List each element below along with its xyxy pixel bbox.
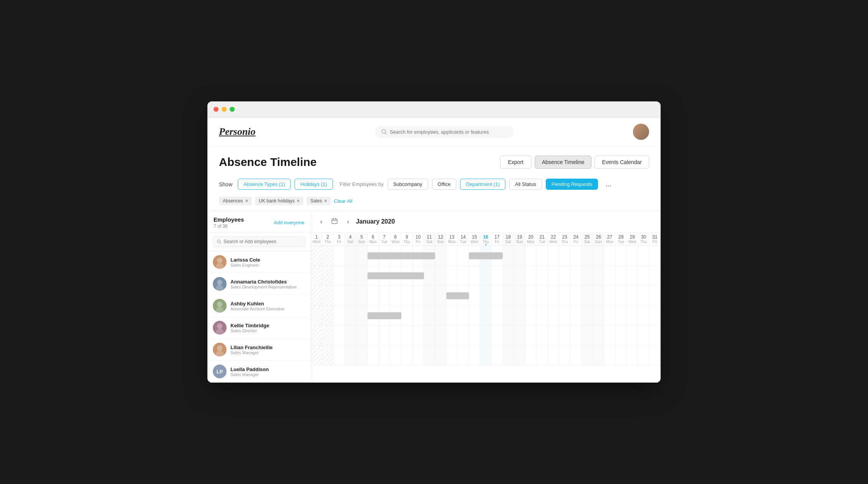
calendar-cell[interactable] <box>356 246 367 265</box>
calendar-cell[interactable] <box>345 286 356 305</box>
calendar-cell[interactable] <box>492 346 503 365</box>
calendar-cell[interactable] <box>424 346 435 365</box>
calendar-cell[interactable] <box>503 246 514 265</box>
calendar-cell[interactable] <box>311 286 322 305</box>
calendar-cell[interactable] <box>638 286 649 305</box>
export-button[interactable]: Export <box>500 156 532 169</box>
calendar-cell[interactable] <box>627 326 638 345</box>
calendar-cell[interactable] <box>311 346 322 365</box>
calendar-cell[interactable] <box>525 266 537 285</box>
calendar-cell[interactable] <box>322 266 333 285</box>
all-status-filter[interactable]: All Status <box>509 179 542 190</box>
calendar-cell[interactable] <box>322 306 333 325</box>
calendar-cell[interactable] <box>435 266 446 285</box>
calendar-cell[interactable] <box>638 246 649 265</box>
subcompany-filter[interactable]: Subcompany <box>388 179 428 190</box>
calendar-cell[interactable] <box>379 326 390 345</box>
calendar-cell[interactable] <box>469 326 480 345</box>
calendar-cell[interactable] <box>492 306 503 325</box>
calendar-cell[interactable] <box>469 346 480 365</box>
calendar-cell[interactable] <box>424 286 435 305</box>
calendar-cell[interactable] <box>322 326 333 345</box>
absence-types-filter[interactable]: Absence Types (1) <box>238 179 291 190</box>
calendar-cell[interactable] <box>311 306 322 325</box>
calendar-cell[interactable] <box>435 246 446 265</box>
calendar-cell[interactable] <box>638 306 649 325</box>
minimize-button[interactable] <box>222 107 227 112</box>
calendar-cell[interactable] <box>401 286 412 305</box>
calendar-cell[interactable] <box>559 266 570 285</box>
calendar-cell[interactable] <box>649 346 661 365</box>
calendar-cell[interactable] <box>345 246 356 265</box>
calendar-cell[interactable] <box>401 346 412 365</box>
calendar-cell[interactable] <box>593 306 604 325</box>
calendar-cell[interactable] <box>514 326 525 345</box>
tag-sales-remove[interactable]: × <box>324 198 327 204</box>
calendar-cell[interactable] <box>559 346 570 365</box>
absence-timeline-tab[interactable]: Absence Timeline <box>535 156 592 169</box>
calendar-cell[interactable] <box>390 326 401 345</box>
calendar-cell[interactable] <box>390 346 401 365</box>
calendar-cell[interactable] <box>616 246 627 265</box>
calendar-cell[interactable] <box>514 346 525 365</box>
calendar-cell[interactable] <box>345 306 356 325</box>
calendar-cell[interactable] <box>503 286 514 305</box>
calendar-cell[interactable] <box>649 286 661 305</box>
calendar-cell[interactable] <box>435 286 446 305</box>
calendar-cell[interactable] <box>537 246 548 265</box>
calendar-cell[interactable] <box>390 286 401 305</box>
calendar-cell[interactable] <box>480 346 491 365</box>
employee-search-inner[interactable] <box>213 236 305 247</box>
calendar-cell[interactable] <box>435 326 446 345</box>
calendar-cell[interactable] <box>593 286 604 305</box>
calendar-cell[interactable] <box>446 346 457 365</box>
next-month-button[interactable]: › <box>344 217 352 227</box>
calendar-cell[interactable] <box>356 306 367 325</box>
calendar-cell[interactable] <box>458 306 469 325</box>
calendar-icon-button[interactable] <box>329 216 340 227</box>
calendar-cell[interactable] <box>492 326 503 345</box>
calendar-cell[interactable] <box>322 346 333 365</box>
prev-month-button[interactable]: ‹ <box>317 217 325 227</box>
calendar-cell[interactable] <box>548 326 559 345</box>
calendar-cell[interactable] <box>638 266 649 285</box>
calendar-cell[interactable] <box>570 286 581 305</box>
office-filter[interactable]: Office <box>432 179 457 190</box>
calendar-cell[interactable] <box>627 346 638 365</box>
calendar-cell[interactable] <box>334 266 345 285</box>
maximize-button[interactable] <box>230 107 235 112</box>
calendar-cell[interactable] <box>345 266 356 285</box>
calendar-cell[interactable] <box>412 286 424 305</box>
calendar-cell[interactable] <box>469 266 480 285</box>
calendar-cell[interactable] <box>480 286 491 305</box>
calendar-cell[interactable] <box>368 346 379 365</box>
calendar-cell[interactable] <box>446 306 457 325</box>
calendar-cell[interactable] <box>559 286 570 305</box>
calendar-cell[interactable] <box>458 246 469 265</box>
calendar-cell[interactable] <box>570 326 581 345</box>
calendar-cell[interactable] <box>616 326 627 345</box>
calendar-cell[interactable] <box>582 306 593 325</box>
calendar-cell[interactable] <box>537 286 548 305</box>
calendar-cell[interactable] <box>412 306 424 325</box>
calendar-cell[interactable] <box>548 346 559 365</box>
calendar-cell[interactable] <box>514 246 525 265</box>
calendar-cell[interactable] <box>356 346 367 365</box>
calendar-cell[interactable] <box>503 266 514 285</box>
calendar-cell[interactable] <box>604 266 615 285</box>
calendar-cell[interactable] <box>593 346 604 365</box>
calendar-cell[interactable] <box>604 306 615 325</box>
calendar-cell[interactable] <box>559 306 570 325</box>
calendar-cell[interactable] <box>627 286 638 305</box>
tag-absences-remove[interactable]: × <box>245 198 248 204</box>
calendar-cell[interactable] <box>480 266 491 285</box>
clear-all-button[interactable]: Clear All <box>334 198 352 204</box>
calendar-cell[interactable] <box>548 306 559 325</box>
calendar-cell[interactable] <box>638 326 649 345</box>
calendar-cell[interactable] <box>582 346 593 365</box>
calendar-cell[interactable] <box>322 286 333 305</box>
calendar-cell[interactable] <box>559 246 570 265</box>
events-calendar-tab[interactable]: Events Calendar <box>595 156 649 169</box>
calendar-cell[interactable] <box>537 346 548 365</box>
calendar-cell[interactable] <box>604 286 615 305</box>
